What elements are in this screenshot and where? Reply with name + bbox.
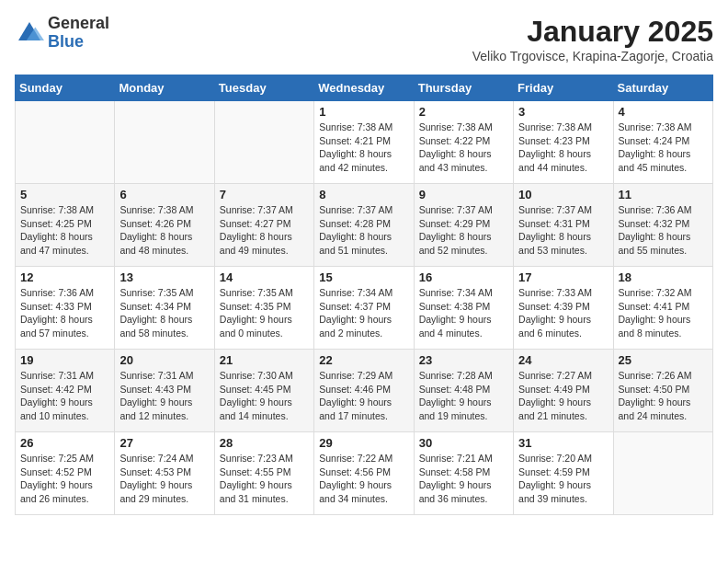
day-info: Sunrise: 7:26 AM Sunset: 4:50 PM Dayligh… [619,369,708,423]
calendar-day-cell: 26Sunrise: 7:25 AM Sunset: 4:52 PM Dayli… [16,432,115,515]
day-info: Sunrise: 7:31 AM Sunset: 4:42 PM Dayligh… [20,369,109,423]
day-info: Sunrise: 7:38 AM Sunset: 4:24 PM Dayligh… [619,121,708,175]
day-number: 29 [319,436,408,450]
day-number: 5 [20,188,109,201]
day-number: 2 [419,105,508,119]
day-number: 13 [119,270,209,284]
logo-icon [15,18,44,48]
calendar-week-row: 5Sunrise: 7:38 AM Sunset: 4:25 PM Daylig… [16,184,713,267]
day-info: Sunrise: 7:22 AM Sunset: 4:56 PM Dayligh… [319,452,408,506]
calendar-day-cell: 15Sunrise: 7:34 AM Sunset: 4:37 PM Dayli… [314,267,414,350]
day-number: 12 [20,270,109,284]
calendar-day-cell [115,101,214,184]
day-of-week-header: Sunday [16,75,115,101]
calendar-day-cell: 18Sunrise: 7:32 AM Sunset: 4:41 PM Dayli… [613,267,712,350]
day-info: Sunrise: 7:36 AM Sunset: 4:33 PM Dayligh… [20,286,109,340]
title-block: January 2025 Veliko Trgovisce, Krapina-Z… [472,15,713,63]
day-info: Sunrise: 7:28 AM Sunset: 4:48 PM Dayligh… [419,369,508,423]
calendar-day-cell: 6Sunrise: 7:38 AM Sunset: 4:26 PM Daylig… [115,184,214,267]
calendar-day-cell: 30Sunrise: 7:21 AM Sunset: 4:58 PM Dayli… [414,432,513,515]
calendar-day-cell: 22Sunrise: 7:29 AM Sunset: 4:46 PM Dayli… [314,350,414,432]
calendar-week-row: 19Sunrise: 7:31 AM Sunset: 4:42 PM Dayli… [16,350,713,432]
calendar-week-row: 12Sunrise: 7:36 AM Sunset: 4:33 PM Dayli… [16,267,713,350]
calendar-day-cell: 10Sunrise: 7:37 AM Sunset: 4:31 PM Dayli… [514,184,613,267]
logo-general-text: General [48,15,109,33]
day-info: Sunrise: 7:33 AM Sunset: 4:39 PM Dayligh… [518,286,608,340]
calendar-day-cell [16,101,115,184]
calendar-day-cell: 2Sunrise: 7:38 AM Sunset: 4:22 PM Daylig… [414,101,513,184]
logo-blue-text: Blue [48,33,109,52]
day-info: Sunrise: 7:38 AM Sunset: 4:22 PM Dayligh… [419,121,508,175]
calendar-day-cell: 24Sunrise: 7:27 AM Sunset: 4:49 PM Dayli… [514,350,613,432]
day-number: 1 [319,105,408,119]
day-number: 7 [220,188,309,201]
day-number: 22 [319,353,408,367]
day-info: Sunrise: 7:38 AM Sunset: 4:21 PM Dayligh… [319,121,408,175]
calendar-day-cell: 7Sunrise: 7:37 AM Sunset: 4:27 PM Daylig… [214,184,313,267]
page-header: General Blue January 2025 Veliko Trgovis… [15,15,713,63]
calendar-day-cell: 21Sunrise: 7:30 AM Sunset: 4:45 PM Dayli… [214,350,313,432]
calendar-day-cell: 4Sunrise: 7:38 AM Sunset: 4:24 PM Daylig… [613,101,712,184]
day-info: Sunrise: 7:34 AM Sunset: 4:38 PM Dayligh… [419,286,508,340]
day-info: Sunrise: 7:29 AM Sunset: 4:46 PM Dayligh… [319,369,408,423]
day-number: 15 [319,270,408,284]
calendar-day-cell: 16Sunrise: 7:34 AM Sunset: 4:38 PM Dayli… [414,267,513,350]
calendar-day-cell: 3Sunrise: 7:38 AM Sunset: 4:23 PM Daylig… [514,101,613,184]
day-of-week-header: Wednesday [314,75,414,101]
day-number: 17 [518,270,608,284]
day-number: 14 [220,270,309,284]
day-number: 27 [119,436,209,450]
day-info: Sunrise: 7:34 AM Sunset: 4:37 PM Dayligh… [319,286,408,340]
day-info: Sunrise: 7:37 AM Sunset: 4:29 PM Dayligh… [419,203,508,258]
day-number: 10 [518,188,608,201]
day-of-week-header: Monday [115,75,214,101]
calendar-day-cell: 31Sunrise: 7:20 AM Sunset: 4:59 PM Dayli… [514,432,613,515]
day-info: Sunrise: 7:37 AM Sunset: 4:27 PM Dayligh… [220,203,309,258]
day-number: 25 [619,353,708,367]
day-info: Sunrise: 7:37 AM Sunset: 4:28 PM Dayligh… [319,203,408,258]
calendar-day-cell: 23Sunrise: 7:28 AM Sunset: 4:48 PM Dayli… [414,350,513,432]
day-number: 16 [419,270,508,284]
day-info: Sunrise: 7:20 AM Sunset: 4:59 PM Dayligh… [518,452,608,506]
day-of-week-header: Saturday [613,75,712,101]
calendar-day-cell: 12Sunrise: 7:36 AM Sunset: 4:33 PM Dayli… [16,267,115,350]
day-info: Sunrise: 7:35 AM Sunset: 4:34 PM Dayligh… [119,286,209,340]
day-number: 21 [220,353,309,367]
calendar-day-cell: 9Sunrise: 7:37 AM Sunset: 4:29 PM Daylig… [414,184,513,267]
day-number: 20 [119,353,209,367]
calendar-day-cell [613,432,712,515]
calendar-day-cell: 11Sunrise: 7:36 AM Sunset: 4:32 PM Dayli… [613,184,712,267]
calendar-week-row: 26Sunrise: 7:25 AM Sunset: 4:52 PM Dayli… [16,432,713,515]
calendar-day-cell: 5Sunrise: 7:38 AM Sunset: 4:25 PM Daylig… [16,184,115,267]
calendar-day-cell: 20Sunrise: 7:31 AM Sunset: 4:43 PM Dayli… [115,350,214,432]
day-info: Sunrise: 7:30 AM Sunset: 4:45 PM Dayligh… [220,369,309,423]
day-number: 30 [419,436,508,450]
calendar-header-row: SundayMondayTuesdayWednesdayThursdayFrid… [16,75,713,101]
calendar-day-cell: 1Sunrise: 7:38 AM Sunset: 4:21 PM Daylig… [314,101,414,184]
day-number: 28 [220,436,309,450]
calendar-week-row: 1Sunrise: 7:38 AM Sunset: 4:21 PM Daylig… [16,101,713,184]
calendar-table: SundayMondayTuesdayWednesdayThursdayFrid… [15,75,713,515]
day-info: Sunrise: 7:21 AM Sunset: 4:58 PM Dayligh… [419,452,508,506]
day-number: 23 [419,353,508,367]
day-info: Sunrise: 7:23 AM Sunset: 4:55 PM Dayligh… [220,452,309,506]
calendar-day-cell: 28Sunrise: 7:23 AM Sunset: 4:55 PM Dayli… [214,432,313,515]
day-info: Sunrise: 7:36 AM Sunset: 4:32 PM Dayligh… [619,203,708,258]
calendar-day-cell: 17Sunrise: 7:33 AM Sunset: 4:39 PM Dayli… [514,267,613,350]
calendar-day-cell: 19Sunrise: 7:31 AM Sunset: 4:42 PM Dayli… [16,350,115,432]
calendar-day-cell: 29Sunrise: 7:22 AM Sunset: 4:56 PM Dayli… [314,432,414,515]
day-info: Sunrise: 7:37 AM Sunset: 4:31 PM Dayligh… [518,203,608,258]
day-info: Sunrise: 7:25 AM Sunset: 4:52 PM Dayligh… [20,452,109,506]
location-subtitle: Veliko Trgovisce, Krapina-Zagorje, Croat… [472,49,713,63]
day-of-week-header: Thursday [414,75,513,101]
calendar-day-cell: 8Sunrise: 7:37 AM Sunset: 4:28 PM Daylig… [314,184,414,267]
day-number: 18 [619,270,708,284]
calendar-day-cell [214,101,313,184]
day-number: 31 [518,436,608,450]
day-info: Sunrise: 7:27 AM Sunset: 4:49 PM Dayligh… [518,369,608,423]
day-info: Sunrise: 7:38 AM Sunset: 4:25 PM Dayligh… [20,203,109,258]
day-number: 4 [619,105,708,119]
day-info: Sunrise: 7:38 AM Sunset: 4:26 PM Dayligh… [119,203,209,258]
day-number: 9 [419,188,508,201]
month-title: January 2025 [472,15,713,49]
